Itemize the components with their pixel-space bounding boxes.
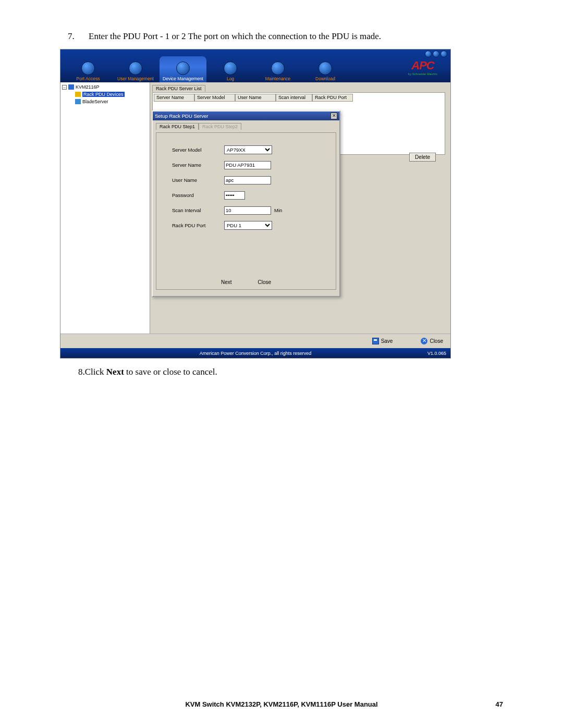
dialog-actions: Next Close: [156, 279, 336, 285]
app-window: APC by Schneider Electric Port Access Us…: [60, 49, 451, 359]
col-server-model[interactable]: Server Model: [194, 94, 235, 102]
row-rack-pdu-port: Rack PDU Port PDU 1: [172, 218, 328, 233]
tree-rack-pdu[interactable]: Rack PDU Devices: [62, 91, 148, 98]
delete-area: Delete: [409, 153, 436, 162]
user-name-field[interactable]: [224, 176, 271, 184]
collapse-icon[interactable]: –: [62, 85, 67, 90]
row-server-model: Server Model AP79XX: [172, 142, 328, 157]
nav-user-management[interactable]: User Management: [112, 56, 159, 82]
instruction-8: 8.Click Next to save or close to cancel.: [89, 367, 503, 377]
pdu-form: Server Model AP79XX Server Name User Nam…: [156, 132, 336, 290]
col-user-name[interactable]: User Name: [235, 94, 276, 102]
col-scan-interval[interactable]: Scan interval: [276, 94, 312, 102]
row-user-name: User Name: [172, 172, 328, 188]
main-panel: Rack PDU Server List Server Name Server …: [150, 82, 450, 349]
apc-logo: APC by Schneider Electric: [399, 59, 446, 76]
tree-bladeserver[interactable]: BladeServer: [62, 98, 148, 105]
label-scan-interval: Scan Interval: [172, 207, 224, 213]
list-header: Server Name Server Model User Name Scan …: [154, 94, 444, 102]
nav-download[interactable]: Download: [302, 56, 349, 82]
status-bar: American Power Conversion Corp., all rig…: [60, 348, 450, 358]
col-server-name[interactable]: Server Name: [154, 94, 194, 102]
label-server-model: Server Model: [172, 147, 224, 153]
device-icon: [68, 84, 74, 90]
tree-root[interactable]: – KVM2116P: [62, 83, 148, 91]
col-rack-pdu-port[interactable]: Rack PDU Port: [312, 94, 353, 102]
nav-port-access[interactable]: Port Access: [65, 56, 112, 82]
setup-pdu-dialog: Setup Rack PDU Server ✕ Rack PDU Step1Ra…: [152, 110, 340, 297]
scan-unit: Min: [274, 207, 282, 213]
nav-maintenance[interactable]: Maintenance: [254, 56, 301, 82]
log-icon: [224, 61, 237, 75]
copyright: American Power Conversion Corp., all rig…: [200, 351, 312, 356]
label-user-name: User Name: [172, 177, 224, 183]
user-mgmt-icon: [129, 61, 142, 75]
work-area: – KVM2116P Rack PDU Devices BladeServer: [60, 82, 450, 349]
titlebar-icons: [425, 51, 447, 57]
bottom-bar: Save ✕ Close: [60, 334, 450, 348]
dialog-tabs: Rack PDU Step1Rack PDU Step2: [156, 122, 336, 129]
close-icon[interactable]: ✕: [331, 113, 337, 119]
device-tree: – KVM2116P Rack PDU Devices BladeServer: [60, 82, 150, 349]
nav-log[interactable]: Log: [207, 56, 254, 82]
dialog-body: Rack PDU Step1Rack PDU Step2 Server Mode…: [153, 120, 339, 292]
device-mgmt-icon: [176, 61, 190, 75]
label-server-name: Server Name: [172, 162, 224, 168]
label-password: Password: [172, 192, 224, 198]
tab-step1[interactable]: Rack PDU Step1: [156, 123, 199, 130]
password-field[interactable]: [224, 191, 245, 200]
close-round-icon: ✕: [421, 338, 427, 344]
dialog-close-button[interactable]: Close: [258, 279, 271, 285]
scan-interval-field[interactable]: [224, 206, 271, 215]
maintenance-icon: [271, 61, 285, 75]
question-icon[interactable]: [433, 51, 439, 57]
save-icon: [372, 338, 379, 344]
version: V1.0.065: [427, 351, 446, 356]
row-scan-interval: Scan Interval Min: [172, 203, 328, 218]
tab-step2: Rack PDU Step2: [199, 123, 241, 130]
list-tabs: Rack PDU Server List: [152, 84, 445, 91]
port-access-icon: [81, 61, 95, 75]
rack-pdu-port-select[interactable]: PDU 1: [224, 221, 272, 230]
page-number: 47: [496, 700, 503, 708]
dialog-titlebar: Setup Rack PDU Server ✕: [153, 112, 339, 120]
server-name-field[interactable]: [224, 161, 271, 169]
main-nav: Port Access User Management Device Manag…: [60, 50, 349, 82]
nav-device-management[interactable]: Device Management: [160, 56, 206, 82]
logout-icon[interactable]: [440, 51, 447, 57]
download-icon: [319, 61, 332, 75]
pdu-icon: [75, 92, 81, 97]
delete-button[interactable]: Delete: [409, 153, 436, 162]
instruction-7: 7.Enter the PDU Port - 1 or 2 The port o…: [89, 31, 503, 42]
page-footer: KVM Switch KVM2132P, KVM2116P, KVM1116P …: [0, 700, 563, 708]
row-server-name: Server Name: [172, 157, 328, 172]
help-icon[interactable]: [425, 51, 432, 57]
label-rack-pdu-port: Rack PDU Port: [172, 223, 224, 228]
blade-icon: [75, 99, 81, 104]
save-button[interactable]: Save: [372, 338, 393, 344]
close-button[interactable]: ✕ Close: [421, 338, 443, 344]
next-button[interactable]: Next: [221, 279, 232, 285]
server-model-select[interactable]: AP79XX: [224, 145, 272, 154]
tab-rack-pdu-list[interactable]: Rack PDU Server List: [152, 85, 205, 92]
dialog-title: Setup Rack PDU Server: [155, 113, 208, 119]
top-toolbar: APC by Schneider Electric Port Access Us…: [60, 50, 450, 82]
row-password: Password: [172, 188, 328, 203]
